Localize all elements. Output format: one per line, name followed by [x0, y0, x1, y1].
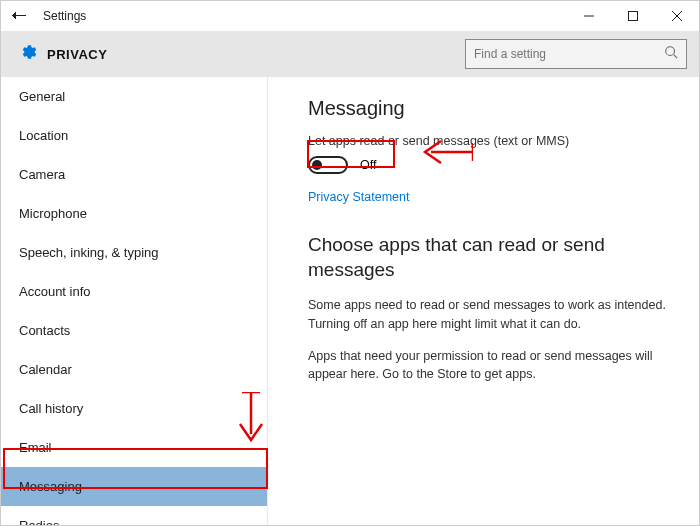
svg-line-5 — [674, 55, 678, 59]
search-input[interactable] — [474, 47, 664, 61]
settings-header: PRIVACY — [1, 31, 699, 77]
page-title: PRIVACY — [47, 47, 107, 62]
sidebar-item-label: Call history — [19, 401, 83, 416]
sidebar-item-location[interactable]: Location — [1, 116, 267, 155]
sidebar-item-contacts[interactable]: Contacts — [1, 311, 267, 350]
sidebar-item-camera[interactable]: Camera — [1, 155, 267, 194]
messaging-toggle[interactable] — [308, 156, 348, 174]
sidebar-item-label: Microphone — [19, 206, 87, 221]
close-button[interactable] — [655, 1, 699, 31]
sidebar-item-email[interactable]: Email — [1, 428, 267, 467]
gear-icon — [19, 43, 37, 65]
toggle-label: Let apps read or send messages (text or … — [308, 134, 671, 148]
content-paragraph-2: Apps that need your permission to read o… — [308, 347, 668, 383]
privacy-statement-link[interactable]: Privacy Statement — [308, 190, 409, 204]
sidebar-item-label: Speech, inking, & typing — [19, 245, 158, 260]
sidebar-item-microphone[interactable]: Microphone — [1, 194, 267, 233]
sidebar-item-label: Camera — [19, 167, 65, 182]
sidebar-item-callhistory[interactable]: Call history — [1, 389, 267, 428]
sidebar-item-label: Calendar — [19, 362, 72, 377]
window-title: Settings — [43, 9, 86, 23]
sidebar-item-label: Radios — [19, 518, 59, 525]
sidebar-item-messaging[interactable]: Messaging — [1, 467, 267, 506]
sidebar-item-general[interactable]: General — [1, 77, 267, 116]
sidebar-item-label: General — [19, 89, 65, 104]
content-paragraph-1: Some apps need to read or send messages … — [308, 296, 668, 332]
minimize-button[interactable] — [567, 1, 611, 31]
content-subheading: Choose apps that can read or send messag… — [308, 233, 671, 282]
sidebar-item-label: Location — [19, 128, 68, 143]
body: General Location Camera Microphone Speec… — [1, 77, 699, 525]
sidebar-item-calendar[interactable]: Calendar — [1, 350, 267, 389]
toggle-row: Off — [308, 156, 671, 174]
sidebar: General Location Camera Microphone Speec… — [1, 77, 268, 525]
titlebar: 🠐 Settings — [1, 1, 699, 31]
svg-point-4 — [666, 47, 675, 56]
back-button[interactable]: 🠐 — [1, 7, 37, 25]
sidebar-item-label: Email — [19, 440, 52, 455]
maximize-button[interactable] — [611, 1, 655, 31]
sidebar-item-label: Messaging — [19, 479, 82, 494]
search-icon — [664, 45, 678, 63]
toggle-state-text: Off — [360, 158, 376, 172]
search-box[interactable] — [465, 39, 687, 69]
content-panel: Messaging Let apps read or send messages… — [268, 77, 699, 525]
content-heading: Messaging — [308, 97, 671, 120]
sidebar-item-radios[interactable]: Radios — [1, 506, 267, 525]
sidebar-item-account[interactable]: Account info — [1, 272, 267, 311]
sidebar-item-label: Account info — [19, 284, 91, 299]
sidebar-item-label: Contacts — [19, 323, 70, 338]
sidebar-item-speech[interactable]: Speech, inking, & typing — [1, 233, 267, 272]
toggle-knob — [312, 160, 322, 170]
svg-rect-1 — [629, 12, 638, 21]
